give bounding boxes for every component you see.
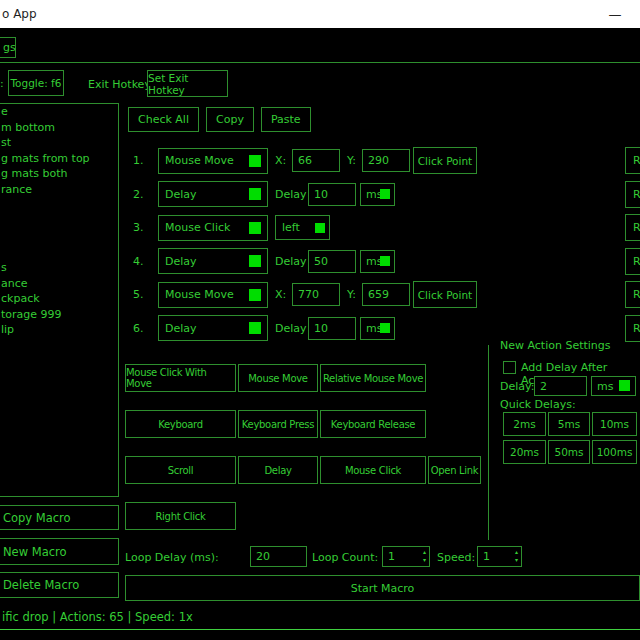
delay-input[interactable]: 10 [308, 183, 356, 206]
quick-delays-row-2: 20ms50ms100ms [503, 440, 637, 464]
check-all-button[interactable]: Check All [128, 107, 199, 132]
action-type-dropdown[interactable]: Mouse Click [158, 215, 268, 241]
remove-action-button[interactable]: R [625, 181, 640, 208]
loop-count-spinner[interactable]: 1 ▴▾ [382, 546, 430, 567]
x-input[interactable]: 770 [292, 283, 340, 306]
add-action-button-scroll[interactable]: Scroll [125, 456, 236, 484]
action-type-dropdown[interactable]: Delay [158, 181, 268, 207]
action-type-dropdown[interactable]: Mouse Move [158, 282, 268, 308]
macro-list-item[interactable]: st [0, 135, 118, 151]
add-action-button-open-link[interactable]: Open Link [428, 456, 481, 484]
quick-delay-button-100ms[interactable]: 100ms [592, 440, 637, 464]
quick-delay-button-10ms[interactable]: 10ms [592, 412, 637, 436]
remove-action-button[interactable]: R [625, 315, 640, 342]
action-type-value: Mouse Click [165, 221, 230, 234]
action-type-dropdown[interactable]: Delay [158, 248, 268, 274]
click-point-button[interactable]: Click Point [413, 147, 477, 174]
dropdown-arrow-icon [249, 188, 261, 200]
action-row: 5.Mouse MoveX:770Y:659Click Point [125, 281, 640, 308]
action-type-value: Mouse Move [165, 288, 234, 301]
tab-settings[interactable]: gs [0, 37, 16, 58]
toggle-hotkey-button[interactable]: Toggle: f6 [8, 70, 64, 96]
spinner-arrows-icon[interactable]: ▴▾ [515, 548, 518, 564]
quick-delay-button-2ms[interactable]: 2ms [503, 412, 546, 436]
y-label: Y: [347, 288, 362, 301]
add-delay-checkbox[interactable] [503, 361, 516, 374]
quick-delays-label: Quick Delays: [500, 398, 576, 411]
add-action-button-mouse-click[interactable]: Mouse Click [320, 456, 426, 484]
divider-line [0, 62, 640, 63]
add-action-button-right-click[interactable]: Right Click [125, 502, 236, 530]
action-type-value: Delay [165, 255, 197, 268]
delay-unit-value: ms [597, 380, 613, 393]
copy-button[interactable]: Copy [206, 107, 254, 132]
quick-delay-button-50ms[interactable]: 50ms [548, 440, 590, 464]
macro-list-item[interactable]: torage 999 [0, 307, 118, 323]
add-action-row: ScrollDelayMouse ClickOpen Link [125, 456, 481, 484]
quick-delay-button-20ms[interactable]: 20ms [503, 440, 546, 464]
add-action-row: Right Click [125, 502, 236, 530]
delay-label: Delay [275, 255, 308, 268]
click-point-button[interactable]: Click Point [413, 281, 477, 308]
macro-list-item[interactable]: e [0, 104, 118, 120]
delay-label: Delay: [500, 380, 534, 393]
remove-action-button[interactable]: R [625, 147, 640, 174]
action-row: 3.Mouse Clickleft [125, 214, 640, 241]
paste-button[interactable]: Paste [261, 107, 311, 132]
delay-unit-dropdown[interactable]: ms [591, 376, 636, 396]
add-action-button-mouse-move[interactable]: Mouse Move [238, 364, 318, 392]
delay-label: Delay [275, 188, 308, 201]
loop-delay-label: Loop Delay (ms): [125, 551, 219, 564]
mouse-button-dropdown[interactable]: left [275, 215, 330, 240]
speed-value: 1 [483, 550, 490, 563]
delay-input[interactable]: 50 [308, 250, 356, 273]
remove-action-button[interactable]: R [625, 281, 640, 308]
add-action-button-keyboard-press[interactable]: Keyboard Press [238, 410, 318, 438]
x-label: X: [275, 154, 292, 167]
set-exit-hotkey-button[interactable]: Set Exit Hotkey [147, 70, 228, 97]
macro-list-item[interactable]: g mats both [0, 166, 118, 182]
delay-input[interactable]: 10 [308, 317, 356, 340]
quick-delay-button-5ms[interactable]: 5ms [548, 412, 590, 436]
new-macro-button[interactable]: New Macro [0, 538, 119, 565]
dropdown-arrow-icon [315, 223, 325, 233]
macro-list-item[interactable]: ckpack [0, 291, 118, 307]
minimize-button[interactable]: — [598, 0, 632, 28]
delay-unit-dropdown[interactable]: ms [360, 183, 395, 206]
macro-list-item[interactable]: ance [0, 276, 118, 292]
action-row-number: 2. [125, 188, 158, 201]
macro-list-item[interactable]: rance [0, 182, 118, 198]
add-action-button-keyboard[interactable]: Keyboard [125, 410, 236, 438]
y-input[interactable]: 659 [362, 283, 410, 306]
macro-list-bottom-group: sanceckpacktorage 999lip [0, 260, 118, 338]
add-action-button-keyboard-release[interactable]: Keyboard Release [320, 410, 426, 438]
y-input[interactable]: 290 [362, 149, 410, 172]
speed-label: Speed: [437, 551, 475, 564]
add-action-button-relative-mouse-move[interactable]: Relative Mouse Move [320, 364, 426, 392]
loop-delay-input[interactable]: 20 [250, 546, 307, 567]
start-macro-button[interactable]: Start Macro [125, 575, 640, 601]
macro-list-item[interactable]: s [0, 260, 118, 276]
quick-delays-row-1: 2ms5ms10ms [503, 412, 637, 436]
delay-unit-dropdown[interactable]: ms [360, 317, 395, 340]
spinner-arrows-icon[interactable]: ▴▾ [423, 548, 426, 564]
remove-action-button[interactable]: R [625, 214, 640, 241]
delay-input[interactable]: 2 [534, 376, 587, 396]
macro-list[interactable]: em bottomstg mats from topg mats bothran… [0, 103, 119, 497]
action-type-dropdown[interactable]: Mouse Move [158, 148, 268, 174]
action-row: 6.DelayDelay10ms [125, 315, 640, 342]
delay-unit-dropdown[interactable]: ms [360, 250, 395, 273]
copy-macro-button[interactable]: Copy Macro [0, 505, 119, 530]
macro-list-item[interactable]: g mats from top [0, 151, 118, 167]
add-action-button-mouse-click-with-move[interactable]: Mouse Click With Move [125, 364, 236, 392]
remove-action-button[interactable]: R [625, 248, 640, 275]
delay-label: Delay [275, 322, 308, 335]
add-action-button-delay[interactable]: Delay [238, 456, 318, 484]
macro-list-item[interactable]: m bottom [0, 120, 118, 136]
speed-spinner[interactable]: 1 ▴▾ [477, 546, 522, 567]
action-type-dropdown[interactable]: Delay [158, 315, 268, 341]
macro-list-item[interactable]: lip [0, 322, 118, 338]
x-input[interactable]: 66 [292, 149, 340, 172]
action-row-number: 5. [125, 288, 158, 301]
delete-macro-button[interactable]: Delete Macro [0, 572, 119, 598]
